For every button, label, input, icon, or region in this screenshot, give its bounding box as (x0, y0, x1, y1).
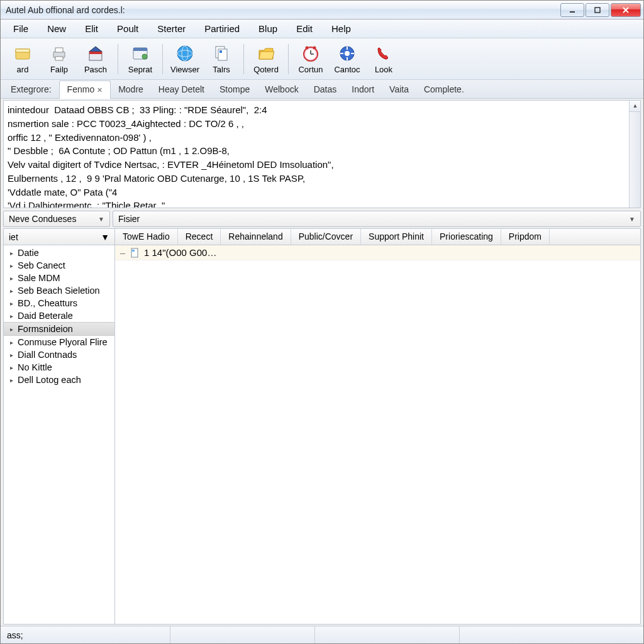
clock-icon (301, 43, 321, 64)
window-title: Autel Aub offional ard cordes.l: (6, 5, 559, 15)
close-button[interactable] (611, 3, 641, 17)
tool-seprat[interactable]: Seprat (122, 40, 158, 78)
scroll-up-icon[interactable]: ▲ (630, 101, 641, 112)
output-line: orffic 12 , " Extedivennaton-098' ) , (8, 131, 636, 145)
toolbar-separator (288, 44, 289, 74)
chevron-right-icon: ▸ (10, 364, 16, 371)
menu-new[interactable]: New (38, 21, 75, 36)
tree-item-formsnideion[interactable]: ▸Formsnideion (4, 322, 114, 336)
column-rehainneland[interactable]: Rehainneland (221, 229, 291, 245)
column-prioriescating[interactable]: Prioriescating (432, 229, 501, 245)
list-row-label: 1 14"(O00 G00… (144, 247, 216, 258)
menu-edit[interactable]: Edit (287, 21, 321, 36)
menu-partiried[interactable]: Partiried (196, 21, 248, 36)
chevron-right-icon: ▸ (10, 313, 16, 319)
menu-sterter[interactable]: Sterter (148, 21, 194, 36)
menu-help[interactable]: Help (323, 21, 360, 36)
status-cell-2 (170, 626, 315, 643)
menu-file[interactable]: File (4, 21, 37, 36)
output-scrollbar[interactable]: ▲ (629, 101, 640, 208)
list-row[interactable]: –1 14"(O00 G00… (115, 245, 640, 260)
column-public-covcer[interactable]: Public/Covcer (291, 229, 361, 245)
column-pripdom[interactable]: Pripdom (501, 229, 550, 245)
tab-extegrore[interactable]: Extegrore: (3, 81, 59, 98)
left-dropdown-label: Neve Condueses (9, 214, 76, 224)
chevron-right-icon: ▸ (10, 300, 16, 307)
toolbar-separator (118, 44, 118, 74)
toolbar-separator (243, 44, 244, 74)
folder-icon (256, 43, 276, 64)
phone-icon (374, 43, 394, 64)
tab-heaydetelt[interactable]: Heay Detelt (151, 81, 212, 98)
minimize-button[interactable] (560, 3, 584, 17)
right-dropdown[interactable]: Fisier ▼ (113, 211, 641, 227)
status-cell-3 (315, 626, 460, 643)
tool-qoterd[interactable]: Qoterd (248, 40, 284, 78)
tree-item-label: Seb Beach Sieletion (18, 286, 100, 296)
tree-item-daid-beterale[interactable]: ▸Daid Beterale (4, 309, 114, 322)
status-cell-4 (460, 626, 643, 643)
tool-label: Seprat (128, 65, 152, 74)
maximize-button[interactable] (586, 3, 609, 17)
tool-label: Viewser (170, 65, 199, 74)
tool-cortun[interactable]: Cortun (292, 40, 329, 78)
tree-view: ▸Datie▸Seb Canect▸Sale MDM▸Seb Beach Sie… (4, 245, 114, 624)
svg-rect-12 (133, 48, 147, 51)
list-area: –1 14"(O00 G00… (115, 245, 640, 624)
tree-item-dell-lotog-each[interactable]: ▸Dell Lotog each (4, 374, 114, 386)
svg-rect-10 (89, 52, 102, 54)
tool-cantoc[interactable]: Cantoc (329, 40, 365, 78)
window-icon (130, 43, 150, 64)
column-headers: TowE HadioRecectRehainnelandPublic/Covce… (115, 229, 640, 245)
tree-item-conmuse-plyoral-flire[interactable]: ▸Conmuse Plyoral Flire (4, 336, 114, 348)
tree-item-label: Diall Contnads (18, 350, 77, 360)
titlebar: Autel Aub offional ard cordes.l: (1, 1, 643, 19)
tree-item-label: Dell Lotog each (18, 375, 81, 385)
tab-fenmo[interactable]: Fenmo✕ (59, 80, 111, 99)
tool-viewser[interactable]: Viewser (167, 40, 203, 78)
tab-indort[interactable]: Indort (344, 81, 382, 98)
tool-failp[interactable]: Failp (41, 40, 77, 78)
left-pane-header[interactable]: iet ▼ (4, 229, 114, 245)
column-recect[interactable]: Recect (178, 229, 221, 245)
menu-elit[interactable]: Elit (76, 21, 107, 36)
output-line: 'Vddatle mate, O" Pata ("4 (8, 186, 636, 199)
tree-item-seb-canect[interactable]: ▸Seb Canect (4, 259, 114, 272)
tree-item-seb-beach-sieletion[interactable]: ▸Seb Beach Sieletion (4, 284, 114, 297)
tool-pasch[interactable]: Pasch (77, 40, 114, 78)
output-line: " Desbble ; 6A Contute ; OD Pattun (m1 ,… (8, 144, 636, 158)
output-line: 'Vd i Dalhiotermentc_; "Thicle Retar_" (8, 199, 636, 208)
svg-rect-1 (595, 8, 600, 13)
svg-point-13 (142, 54, 147, 59)
column-towe-hadio[interactable]: TowE Hadio (115, 229, 178, 245)
right-pane: TowE HadioRecectRehainnelandPublic/Covce… (115, 228, 641, 625)
tab-welbock[interactable]: Welbock (257, 81, 306, 98)
right-dropdown-label: Fisier (118, 214, 140, 224)
collapse-icon[interactable]: – (119, 247, 126, 258)
tab-vaita[interactable]: Vaita (382, 81, 416, 98)
left-dropdown[interactable]: Neve Condueses ▼ (3, 211, 110, 227)
tree-item-no-kittle[interactable]: ▸No Kittle (4, 361, 114, 374)
tab-complete[interactable]: Complete. (416, 81, 472, 98)
tool-label: ard (17, 65, 29, 74)
tab-datas[interactable]: Datas (306, 81, 345, 98)
menu-blup[interactable]: Blup (250, 21, 286, 36)
tool-ard[interactable]: ard (4, 40, 41, 78)
tool-talrs[interactable]: Talrs (203, 40, 240, 78)
column-support-phinit[interactable]: Support Phinit (361, 229, 432, 245)
tree-item-diall-contnads[interactable]: ▸Diall Contnads (4, 348, 114, 361)
chevron-right-icon: ▸ (10, 352, 16, 358)
tab-modre[interactable]: Modre (111, 81, 151, 98)
tab-stompe[interactable]: Stompe (212, 81, 257, 98)
tree-item-sale-mdm[interactable]: ▸Sale MDM (4, 272, 114, 284)
tool-look[interactable]: Look (365, 40, 402, 78)
tree-item-datie[interactable]: ▸Datie (4, 247, 114, 259)
menu-poult[interactable]: Poult (108, 21, 147, 36)
chevron-down-icon: ▼ (98, 216, 104, 223)
maximize-icon (594, 6, 601, 14)
svg-rect-8 (55, 57, 63, 60)
tab-close-icon[interactable]: ✕ (97, 86, 103, 94)
tool-label: Pasch (84, 65, 107, 74)
tree-item-bd---cheatturs[interactable]: ▸BD., Cheatturs (4, 297, 114, 309)
tree-item-label: Seb Canect (18, 260, 65, 270)
